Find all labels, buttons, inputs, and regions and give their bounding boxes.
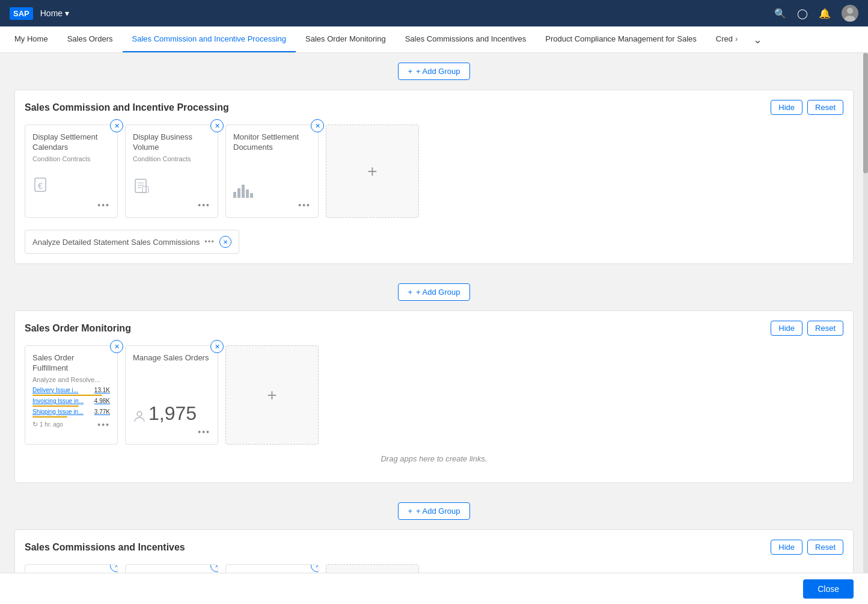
nav-item-sales-orders[interactable]: Sales Orders: [58, 26, 123, 52]
svg-point-1: [845, 16, 855, 22]
nav-label-my-home: My Home: [14, 34, 48, 43]
add-group-btn-middle[interactable]: + + Add Group: [398, 283, 471, 301]
tile-icon-area-business: [133, 162, 210, 200]
group-order-monitoring-hide-btn[interactable]: Hide: [771, 321, 802, 336]
add-group-icon-top: +: [408, 67, 413, 76]
svg-text:€: €: [38, 181, 43, 191]
tile-title-monitor-settlement: Monitor Settlement Documents: [233, 132, 311, 153]
group-order-monitoring-header: Sales Order Monitoring Hide Reset: [25, 321, 843, 336]
group-order-monitoring-title: Sales Order Monitoring: [25, 323, 131, 334]
link-tile-close-analyze[interactable]: ✕: [219, 236, 231, 248]
svg-rect-4: [135, 179, 146, 193]
home-caret-icon: ▾: [65, 8, 69, 18]
group-commissions-incentives-hide-btn[interactable]: Hide: [771, 540, 802, 555]
group-commission-hide-btn[interactable]: Hide: [771, 100, 802, 115]
content-area: + + Add Group Sales Commission and Incen…: [0, 53, 868, 604]
sap-logo[interactable]: SAP: [10, 7, 33, 20]
tile-footer-monitor: •••: [233, 200, 311, 210]
document-icon: [133, 177, 152, 198]
link-tile-dots-analyze[interactable]: •••: [204, 238, 215, 246]
tile-icon-area-settlement: €: [32, 162, 110, 200]
nav-item-product-compliance[interactable]: Product Compliance Management for Sales: [536, 26, 706, 52]
tile-data-delivery-label[interactable]: Delivery Issue i...: [32, 387, 78, 393]
tile-icon-area-manage: 1,975: [133, 366, 210, 427]
tile-display-settlement[interactable]: ✕ Display Settlement Calendars Condition…: [25, 125, 118, 218]
group-commission-reset-btn[interactable]: Reset: [807, 100, 843, 115]
group-commission-header: Sales Commission and Incentive Processin…: [25, 100, 843, 115]
search-icon[interactable]: 🔍: [774, 8, 786, 19]
group-order-monitoring-tiles: ✕ Sales Order Fulfillment Analyze and Re…: [25, 345, 843, 445]
nav-label-product-compliance: Product Compliance Management for Sales: [545, 34, 696, 43]
add-group-label-top: + Add Group: [416, 67, 460, 76]
tile-data-shipping-value: 3.77K: [94, 408, 110, 415]
euro-icon: €: [32, 174, 52, 198]
group-order-monitoring: Sales Order Monitoring Hide Reset ✕ Sale…: [14, 310, 854, 483]
bell-icon[interactable]: 🔔: [819, 8, 831, 19]
nav-item-sales-commission[interactable]: Sales Commission and Incentive Processin…: [123, 26, 296, 52]
tile-close-monitor-settlement[interactable]: ✕: [311, 119, 324, 132]
tile-dots-settlement[interactable]: •••: [97, 200, 110, 210]
close-btn[interactable]: Close: [803, 579, 854, 599]
add-tile-icon-monitoring: +: [267, 386, 277, 405]
link-tile-label-analyze: Analyze Detailed Statement Sales Commiss…: [32, 238, 200, 247]
tile-dots-manage[interactable]: •••: [198, 427, 210, 437]
nav-item-sales-order-monitoring[interactable]: Sales Order Monitoring: [296, 26, 396, 52]
group-order-monitoring-reset-btn[interactable]: Reset: [807, 321, 843, 336]
tile-close-extend-condition[interactable]: ✕: [210, 564, 218, 572]
add-group-label-middle: + Add Group: [416, 288, 460, 297]
add-group-icon-middle: +: [408, 288, 413, 297]
drag-hint: Drag apps here to create links.: [25, 445, 843, 473]
nav-item-cred[interactable]: Cred ›: [706, 26, 748, 52]
tile-fulfillment[interactable]: ✕ Sales Order Fulfillment Analyze and Re…: [25, 345, 118, 445]
sap-label: SAP: [13, 9, 29, 18]
tile-manage-sales[interactable]: ✕ Manage Sales Orders 1,975 •••: [125, 345, 218, 445]
link-tile-analyze[interactable]: Analyze Detailed Statement Sales Commiss…: [25, 230, 239, 254]
group-order-monitoring-actions: Hide Reset: [771, 321, 843, 336]
tile-dots-monitor[interactable]: •••: [298, 200, 311, 210]
tile-close-manage-sales[interactable]: ✕: [210, 340, 224, 353]
nav-label-sales-commissions-incentives: Sales Commissions and Incentives: [405, 34, 527, 43]
group-commission-actions: Hide Reset: [771, 100, 843, 115]
group-commission-tiles: ✕ Display Settlement Calendars Condition…: [25, 125, 843, 218]
tile-close-predicted-delivery[interactable]: ✕: [311, 564, 319, 572]
tile-dots-fulfillment[interactable]: •••: [97, 420, 110, 430]
scrollbar-thumb[interactable]: [863, 53, 868, 173]
tile-add-commission[interactable]: +: [326, 125, 419, 218]
person-icon: [133, 410, 146, 425]
add-tile-icon: +: [367, 162, 377, 181]
tile-footer-settlement: •••: [32, 200, 110, 210]
tile-dots-business[interactable]: •••: [198, 200, 210, 210]
tile-big-number-manage: 1,975: [148, 402, 197, 425]
group-commissions-incentives-actions: Hide Reset: [771, 540, 843, 555]
tile-data-shipping-label[interactable]: Shipping Issue in...: [32, 408, 84, 415]
tile-title-fulfillment: Sales Order Fulfillment: [32, 353, 110, 374]
tile-display-business[interactable]: ✕ Display Business Volume Condition Cont…: [125, 125, 218, 218]
group-commissions-incentives-title: Sales Commissions and Incentives: [25, 542, 185, 553]
nav-label-sales-order-monitoring: Sales Order Monitoring: [305, 34, 386, 43]
add-group-btn-top[interactable]: + + Add Group: [398, 63, 471, 80]
tile-close-display-business[interactable]: ✕: [210, 119, 224, 132]
bottom-bar: Close: [0, 573, 868, 604]
group-commissions-incentives-reset-btn[interactable]: Reset: [807, 540, 843, 555]
svg-point-0: [847, 8, 853, 14]
tile-close-display-settlement[interactable]: ✕: [110, 119, 123, 132]
add-group-row-middle: + + Add Group: [14, 274, 854, 310]
add-group-btn-bottom[interactable]: + + Add Group: [398, 502, 471, 520]
clock-icon[interactable]: ◯: [797, 8, 808, 19]
tile-monitor-settlement[interactable]: ✕ Monitor Settlement Documents •: [225, 125, 319, 218]
add-group-row-top: + + Add Group: [14, 53, 854, 90]
tile-data-invoicing-label[interactable]: Invoicing Issue in...: [32, 398, 84, 404]
tile-footer-business: •••: [133, 200, 210, 210]
nav-item-sales-commissions-incentives[interactable]: Sales Commissions and Incentives: [396, 26, 536, 52]
nav-item-my-home[interactable]: My Home: [5, 26, 58, 52]
tile-timestamp-fulfillment: ↻ 1 hr. ago: [32, 421, 63, 428]
analytics-icon: [233, 185, 253, 198]
tile-subtitle-display-business: Condition Contracts: [133, 155, 210, 162]
tile-close-monitor-sales-com[interactable]: ✕: [110, 564, 118, 572]
tile-add-monitoring[interactable]: +: [225, 345, 319, 445]
scrollbar-track: [863, 53, 868, 573]
home-nav[interactable]: Home ▾: [40, 8, 69, 18]
nav-expand-btn[interactable]: ⌄: [747, 26, 768, 52]
tile-close-fulfillment[interactable]: ✕: [110, 340, 123, 353]
avatar[interactable]: [842, 5, 858, 22]
